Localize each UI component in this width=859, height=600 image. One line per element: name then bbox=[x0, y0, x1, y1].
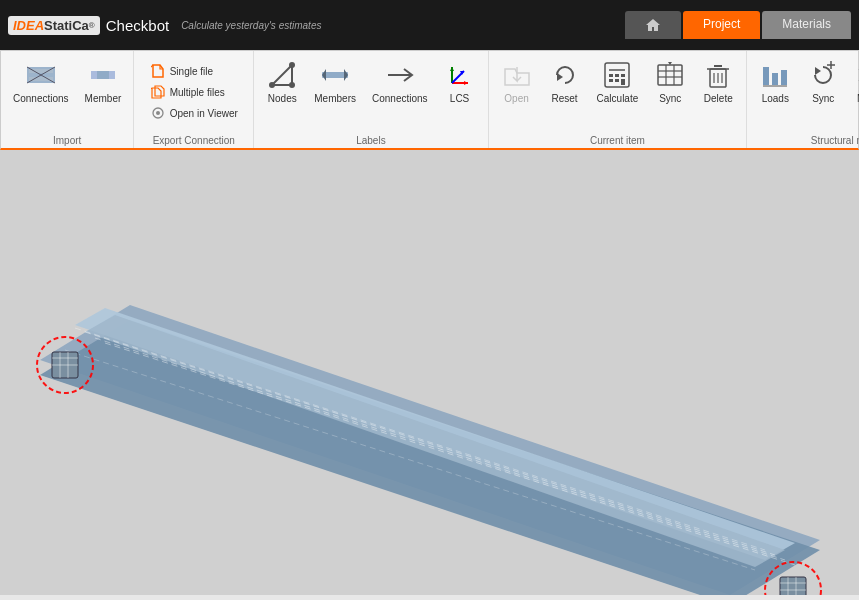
svg-rect-51 bbox=[763, 67, 769, 85]
export-buttons: Single file Multiple files bbox=[146, 55, 242, 146]
sync-item-button[interactable]: Sync bbox=[648, 55, 692, 109]
reset-label: Reset bbox=[552, 93, 578, 105]
multiple-files-label: Multiple files bbox=[170, 87, 225, 98]
current-item-label: Current item bbox=[489, 135, 747, 146]
svg-rect-34 bbox=[609, 74, 613, 77]
svg-rect-1 bbox=[29, 69, 53, 73]
member-label: Member bbox=[85, 93, 122, 105]
structural-buttons: Loads Sync bbox=[753, 55, 859, 146]
members-icon bbox=[319, 59, 351, 91]
calculate-label: Calculate bbox=[597, 93, 639, 105]
svg-rect-80 bbox=[780, 577, 806, 595]
lcs-icon bbox=[444, 59, 476, 91]
single-file-button[interactable]: Single file bbox=[146, 61, 217, 81]
nodes-icon bbox=[266, 59, 298, 91]
open-in-viewer-label: Open in Viewer bbox=[170, 108, 238, 119]
member-button[interactable]: Member bbox=[79, 55, 128, 109]
svg-marker-22 bbox=[322, 69, 326, 81]
calculate-icon bbox=[601, 59, 633, 91]
svg-point-14 bbox=[156, 111, 160, 115]
loads-button[interactable]: Loads bbox=[753, 55, 797, 109]
labels-buttons: Nodes Members bbox=[260, 55, 481, 146]
loads-icon bbox=[759, 59, 791, 91]
ribbon: Connections Member Import bbox=[0, 50, 859, 150]
svg-rect-37 bbox=[609, 79, 613, 82]
members-label: Members bbox=[314, 93, 356, 105]
svg-rect-7 bbox=[109, 71, 115, 79]
open-button[interactable]: Open bbox=[495, 55, 539, 109]
top-bar: IDEA StatiCa ® Checkbot Calculate yester… bbox=[0, 0, 859, 50]
single-file-label: Single file bbox=[170, 66, 213, 77]
labels-group-label: Labels bbox=[254, 135, 487, 146]
loads-label: Loads bbox=[762, 93, 789, 105]
merge-button[interactable]: Merge bbox=[849, 55, 859, 109]
connections-label: Connections bbox=[13, 93, 69, 105]
nav-tabs-top: Project Materials bbox=[625, 11, 851, 39]
ribbon-group-current-item: Open Reset bbox=[489, 51, 748, 148]
calculate-button[interactable]: Calculate bbox=[591, 55, 645, 109]
svg-rect-35 bbox=[615, 74, 619, 77]
ribbon-group-labels: Nodes Members bbox=[254, 51, 488, 148]
connections-lbl-label: Connections bbox=[372, 93, 428, 105]
svg-rect-38 bbox=[615, 79, 619, 82]
svg-line-15 bbox=[272, 65, 292, 85]
svg-rect-2 bbox=[29, 77, 53, 81]
svg-marker-28 bbox=[464, 81, 468, 85]
sync-item-label: Sync bbox=[659, 93, 681, 105]
svg-marker-29 bbox=[450, 67, 454, 71]
reset-icon bbox=[549, 59, 581, 91]
tab-project[interactable]: Project bbox=[683, 11, 760, 39]
svg-marker-23 bbox=[344, 69, 348, 81]
logo-checkbot: Checkbot bbox=[106, 17, 169, 34]
tab-home[interactable] bbox=[625, 11, 681, 39]
logo-reg: ® bbox=[89, 21, 95, 30]
open-label: Open bbox=[504, 93, 528, 105]
ribbon-group-import: Connections Member Import bbox=[1, 51, 134, 148]
sync-model-button[interactable]: Sync bbox=[801, 55, 845, 109]
logo-idea: IDEA bbox=[13, 18, 44, 33]
members-button[interactable]: Members bbox=[308, 55, 362, 109]
svg-rect-6 bbox=[91, 71, 97, 79]
svg-rect-40 bbox=[658, 65, 682, 85]
nodes-label: Nodes bbox=[268, 93, 297, 105]
merge-icon bbox=[855, 59, 859, 91]
svg-point-19 bbox=[289, 62, 295, 68]
reset-button[interactable]: Reset bbox=[543, 55, 587, 109]
open-icon bbox=[501, 59, 533, 91]
open-in-viewer-button[interactable]: Open in Viewer bbox=[146, 103, 242, 123]
logo-box: IDEA StatiCa ® bbox=[8, 16, 100, 35]
lcs-label: LCS bbox=[450, 93, 469, 105]
lcs-button[interactable]: LCS bbox=[438, 55, 482, 109]
nodes-button[interactable]: Nodes bbox=[260, 55, 304, 109]
member-icon bbox=[87, 59, 119, 91]
canvas-area bbox=[0, 150, 859, 595]
multiple-files-button[interactable]: Multiple files bbox=[146, 82, 229, 102]
delete-label: Delete bbox=[704, 93, 733, 105]
delete-button[interactable]: Delete bbox=[696, 55, 740, 109]
current-item-buttons: Open Reset bbox=[495, 55, 741, 146]
svg-point-18 bbox=[269, 82, 275, 88]
logo-area: IDEA StatiCa ® Checkbot bbox=[8, 16, 169, 35]
connections-lbl-icon bbox=[384, 59, 416, 91]
connections-button[interactable]: Connections bbox=[7, 55, 75, 109]
export-label: Export Connection bbox=[134, 135, 253, 146]
single-file-icon bbox=[150, 63, 166, 79]
app-subtitle: Calculate yesterday's estimates bbox=[181, 20, 321, 31]
ribbon-group-structural: Loads Sync bbox=[747, 51, 859, 148]
connections-lbl-button[interactable]: Connections bbox=[366, 55, 434, 109]
svg-marker-8 bbox=[153, 65, 163, 77]
svg-rect-36 bbox=[621, 74, 625, 77]
logo-statica: StatiCa bbox=[44, 18, 89, 33]
svg-rect-39 bbox=[621, 79, 625, 85]
svg-marker-55 bbox=[815, 67, 821, 75]
delete-icon bbox=[702, 59, 734, 91]
home-icon bbox=[645, 17, 661, 33]
svg-rect-53 bbox=[781, 70, 787, 85]
svg-point-20 bbox=[289, 82, 295, 88]
tab-materials[interactable]: Materials bbox=[762, 11, 851, 39]
import-label: Import bbox=[1, 135, 133, 146]
sync2-icon bbox=[807, 59, 839, 91]
viewer-icon bbox=[150, 105, 166, 121]
sync-icon bbox=[654, 59, 686, 91]
svg-marker-31 bbox=[557, 73, 563, 81]
